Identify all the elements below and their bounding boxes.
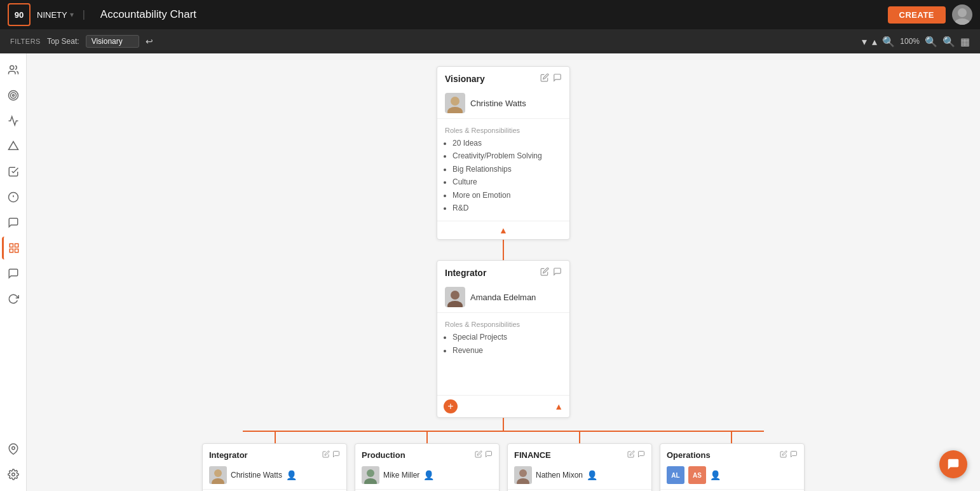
visionary-comment-button[interactable] xyxy=(553,73,562,84)
svg-point-17 xyxy=(447,107,463,113)
avatar-al: AL xyxy=(667,466,684,484)
role-item: 20 Ideas xyxy=(453,137,562,149)
integrator-edit-button[interactable] xyxy=(540,267,549,278)
sidebar-item-settings[interactable] xyxy=(2,463,25,486)
sidebar-item-targets[interactable] xyxy=(2,84,25,107)
filter-bar: FILTERS Top Seat: Visionary Integrator ↩… xyxy=(0,29,980,53)
branch-v4 xyxy=(579,432,580,443)
sidebar-item-todos[interactable] xyxy=(2,160,25,183)
integrator-card-header: Integrator xyxy=(437,261,569,283)
search-icon[interactable]: 🔍 xyxy=(943,36,955,48)
child-integrator-name: Christine Watts xyxy=(231,471,282,480)
sidebar-item-pin[interactable] xyxy=(2,438,25,460)
role-item: Culture xyxy=(453,176,562,188)
integrator-comment-button[interactable] xyxy=(553,267,562,278)
integrator-add-button[interactable]: + xyxy=(444,399,458,413)
svg-point-16 xyxy=(451,97,459,106)
zoom-minus-icon[interactable]: 🔍 xyxy=(882,36,895,48)
zoom-in-button[interactable]: ▴ xyxy=(872,36,877,48)
integrator-footer: + ▲ xyxy=(437,395,569,417)
child-finance-edit[interactable] xyxy=(627,450,635,460)
undo-button[interactable]: ↩ xyxy=(146,36,153,46)
svg-rect-12 xyxy=(15,249,18,252)
visionary-roles-list: 20 Ideas Creativity/Problem Solving Big … xyxy=(437,137,569,221)
child-integrator-edit[interactable] xyxy=(322,450,330,460)
child-card-finance: FINANCE xyxy=(507,443,652,491)
svg-rect-11 xyxy=(15,244,18,247)
role-item: Special Projects xyxy=(453,331,562,343)
child-production-edit[interactable] xyxy=(475,450,482,460)
visionary-roles-label: Roles & Responsibilities xyxy=(437,123,569,137)
sidebar-item-metrics[interactable] xyxy=(2,109,25,132)
integrator-card: Integrator Amanda Edelman xyxy=(437,260,570,418)
child-operations-comment[interactable] xyxy=(790,450,798,460)
add-person-icon: 👤 xyxy=(710,470,721,480)
sidebar-item-process[interactable] xyxy=(2,287,25,310)
branch-v1 xyxy=(503,418,504,431)
branch-v5 xyxy=(731,432,732,443)
integrator-roles-label: Roles & Responsibilities xyxy=(437,317,569,331)
zoom-out-button[interactable]: ▾ xyxy=(862,36,867,48)
sidebar-item-org-chart[interactable] xyxy=(2,237,25,259)
branch-connector xyxy=(243,418,764,443)
child-integrator-header: Integrator xyxy=(203,444,346,464)
child-production-person: Mike Miller 👤 xyxy=(355,464,499,489)
user-avatar[interactable] xyxy=(952,4,972,25)
child-card-operations: Operations AL AS 👤 xyxy=(660,443,805,491)
org-tree: Visionary Christine Watts xyxy=(39,66,967,491)
top-seat-select[interactable]: Visionary Integrator xyxy=(86,35,139,48)
grid-view-icon[interactable]: ▦ xyxy=(960,36,970,48)
svg-point-19 xyxy=(447,301,463,307)
top-nav: 90 NINETY ▾ | Accountability Chart CREAT… xyxy=(0,0,980,29)
svg-point-20 xyxy=(214,469,222,477)
zoom-percent: 100% xyxy=(900,37,920,46)
app-name-label: NINETY ▾ xyxy=(37,10,74,20)
child-operations-person: AL AS 👤 xyxy=(660,464,804,489)
svg-rect-10 xyxy=(10,244,13,247)
app-logo[interactable]: 90 xyxy=(8,3,31,26)
svg-marker-6 xyxy=(8,142,18,150)
org-chart-canvas[interactable]: Visionary Christine Watts xyxy=(27,53,980,491)
child-finance-comment[interactable] xyxy=(637,450,645,460)
add-person-icon: 👤 xyxy=(423,470,434,480)
child-operations-edit[interactable] xyxy=(780,450,787,460)
svg-point-18 xyxy=(451,291,459,300)
branch-v2 xyxy=(275,432,276,443)
sidebar-item-rocks[interactable] xyxy=(2,135,25,158)
child-production-comment[interactable] xyxy=(485,450,493,460)
chat-bubble[interactable] xyxy=(939,450,967,478)
svg-point-14 xyxy=(11,446,15,450)
sidebar-item-issues[interactable] xyxy=(2,186,25,209)
child-finance-avatar xyxy=(514,466,532,484)
zoom-plus-icon[interactable]: 🔍 xyxy=(925,36,937,48)
visionary-collapse-button[interactable]: ▲ xyxy=(499,225,508,235)
sidebar-item-chat[interactable] xyxy=(2,262,25,285)
create-button[interactable]: CREATE xyxy=(888,6,946,24)
child-finance-name: Nathen Mixon xyxy=(536,471,583,480)
child-finance-title: FINANCE xyxy=(514,450,551,460)
integrator-roles-list: Special Projects Revenue xyxy=(437,331,569,363)
child-production-title: Production xyxy=(362,450,405,460)
sidebar-item-conversations[interactable] xyxy=(2,211,25,234)
visionary-title: Visionary xyxy=(445,74,485,84)
integrator-collapse-button[interactable]: ▲ xyxy=(554,401,563,411)
sidebar-item-people[interactable] xyxy=(2,59,25,81)
svg-point-2 xyxy=(10,66,13,69)
visionary-actions xyxy=(540,73,562,84)
zoom-controls: ▾ ▴ 🔍 100% 🔍 🔍 ▦ xyxy=(862,36,970,48)
svg-point-5 xyxy=(12,95,14,97)
svg-point-24 xyxy=(519,469,527,477)
integrator-title: Integrator xyxy=(445,268,486,278)
top-seat-label: Top Seat: xyxy=(47,37,79,46)
child-card-production: Production xyxy=(355,443,500,491)
filters-label: FILTERS xyxy=(10,38,41,45)
visionary-edit-button[interactable] xyxy=(540,73,549,84)
add-person-icon: 👤 xyxy=(587,470,597,480)
visionary-person: Christine Watts xyxy=(437,89,569,118)
svg-point-1 xyxy=(955,18,970,25)
child-production-avatar xyxy=(362,466,379,484)
integrator-person-name: Amanda Edelman xyxy=(470,293,536,302)
child-integrator-comment[interactable] xyxy=(332,450,340,460)
branch-v3 xyxy=(426,432,428,443)
role-item: More on Emotion xyxy=(453,189,562,202)
